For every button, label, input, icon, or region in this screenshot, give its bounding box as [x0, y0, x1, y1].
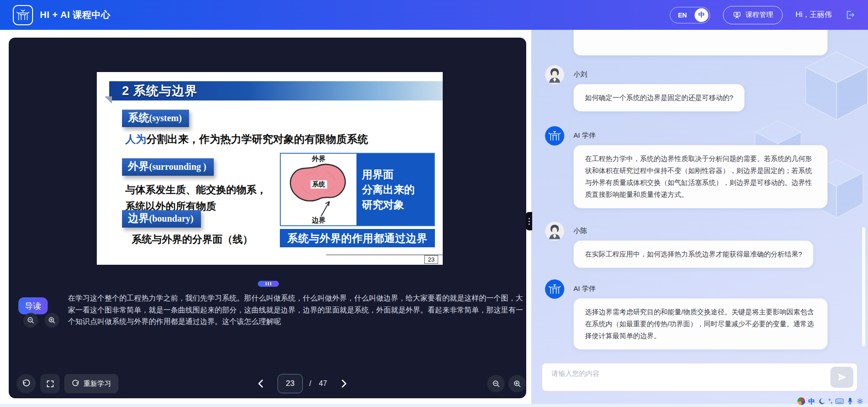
- page: HI + AI 课程中心 EN 中 课程管理 Hi，王丽伟: [0, 0, 868, 407]
- punctuation-mode-icon[interactable]: °,: [829, 398, 832, 404]
- drag-handle-icon: [266, 282, 267, 285]
- system-diagram: 外界 系统 边界 用界面 分离出来的 研究对象: [280, 153, 435, 226]
- gate-icon: [548, 129, 561, 142]
- collapse-handle[interactable]: [526, 212, 532, 230]
- magnifier-plus-icon: [48, 316, 56, 324]
- term-label-en: (boundary): [149, 213, 194, 224]
- restart-label: 重新学习: [83, 379, 111, 388]
- restart-button[interactable]: 重新学习: [64, 374, 118, 393]
- chat-sidebar: 小刘 如何确定一个系统的边界是固定的还是可移动的? AI 学伴 在工程热力学中，…: [531, 30, 868, 404]
- chat-message: 小陈 在实际工程应用中，如何选择热力系统边界才能获得最准确的分析结果?: [545, 222, 848, 268]
- term-label-zh: 外界: [128, 159, 149, 173]
- author-name: 小刘: [573, 65, 848, 79]
- ime-toolbar: 中 °,: [797, 396, 863, 406]
- chevron-right-icon: [339, 379, 349, 389]
- slide-title: 2 系统与边界: [122, 83, 198, 99]
- diagram-boundary-label: 边界: [281, 216, 356, 225]
- viewer-panel: 2 系统与边界 系统(system) 人为分割出来，作为热力学研究对象的有限物质…: [9, 38, 526, 398]
- chat-input[interactable]: [545, 363, 830, 391]
- chat-scrollbar[interactable]: [862, 227, 865, 346]
- guide-zoom-out-button[interactable]: [23, 313, 38, 328]
- fullscreen-button[interactable]: [40, 374, 60, 393]
- guide-text: 在学习这个整个的工程热力学之前，我们先学习系统。那什么叫做系统，什么叫做外界，什…: [68, 292, 526, 328]
- side-panel-line: 用界面: [362, 167, 434, 182]
- language-toggle[interactable]: EN 中: [670, 7, 710, 23]
- zoom-out-button[interactable]: [487, 375, 505, 392]
- slide: 2 系统与边界 系统(system) 人为分割出来，作为热力学研究对象的有限物质…: [97, 72, 443, 265]
- message-text: 在实际工程应用中，如何选择热力系统边界才能获得最准确的分析结果?: [585, 250, 802, 258]
- page-separator: /: [309, 379, 311, 388]
- magnifier-plus-icon: [513, 379, 522, 388]
- moon-icon[interactable]: [818, 398, 825, 405]
- undo-button[interactable]: [17, 374, 36, 393]
- term-box-boundary: 边界(boundary): [122, 210, 201, 228]
- term-label-en: (system): [149, 113, 182, 123]
- definition-rest: 分割出来，作为热力学研究对象的有限物质系统: [146, 133, 368, 145]
- message-bubble: 如何确定一个系统的边界是固定的还是可移动的?: [573, 84, 745, 112]
- person-icon: [545, 65, 564, 84]
- definition-line: 与体系发生质、能交换的物系，: [125, 182, 267, 198]
- lang-en-option[interactable]: EN: [670, 11, 695, 19]
- slide-banner: 系统与外界的作用都通过边界: [280, 229, 435, 247]
- gate-icon: [548, 283, 561, 295]
- diagram-system-label: 系统: [311, 180, 327, 189]
- message-bubble: 在实际工程应用中，如何选择热力系统边界才能获得最准确的分析结果?: [573, 240, 813, 268]
- magnifier-minus-icon: [492, 379, 501, 388]
- app-logo: [13, 5, 33, 25]
- paper-plane-icon: [837, 372, 847, 382]
- next-page-button[interactable]: [337, 377, 350, 390]
- user-greeting: Hi，王丽伟: [796, 10, 832, 20]
- system-blob: [281, 154, 356, 225]
- page-number-box[interactable]: 23: [278, 374, 303, 393]
- message-text: 在工程热力学中，系统的边界性质取决于分析问题的需要。若系统的几何形状和体积在研究…: [585, 155, 812, 198]
- message-text: 如何确定一个系统的边界是固定的还是可移动的?: [585, 94, 733, 101]
- term-box-system: 系统(system): [122, 110, 189, 127]
- slide-title-bar: 2 系统与边界: [109, 81, 443, 100]
- person-icon: [545, 222, 564, 241]
- header-bar: HI + AI 课程中心 EN 中 课程管理 Hi，王丽伟: [0, 0, 868, 30]
- message-bubble: 选择边界需考虑研究目的和能量/物质交换途径。关键是将主要影响因素包含在系统内（如…: [573, 298, 828, 350]
- keyboard-icon[interactable]: [835, 398, 844, 405]
- ime-language-indicator[interactable]: 中: [808, 397, 815, 405]
- settings-gear-icon[interactable]: [857, 398, 863, 405]
- chat-message: AI 学伴 选择边界需考虑研究目的和能量/物质交换途径。关键是将主要影响因素包含…: [545, 279, 848, 350]
- app-title: HI + AI 课程中心: [40, 9, 111, 21]
- guide-zoom-in-button[interactable]: [45, 313, 59, 328]
- gate-icon: [16, 8, 30, 22]
- message-bubble-partial: [573, 30, 828, 56]
- send-button[interactable]: [830, 367, 853, 388]
- term-label-zh: 系统: [128, 111, 149, 125]
- user-avatar: [545, 222, 564, 241]
- zoom-in-button[interactable]: [508, 375, 526, 392]
- magnifier-minus-icon: [27, 316, 35, 324]
- diagram-side-panel: 用界面 分离出来的 研究对象: [356, 154, 434, 225]
- ai-avatar: [545, 279, 564, 299]
- undo-icon: [22, 379, 31, 388]
- lang-zh-option[interactable]: 中: [695, 8, 708, 22]
- side-panel-line: 分离出来的: [362, 182, 434, 197]
- slide-page-number: 23: [424, 255, 438, 264]
- fullscreen-icon: [46, 379, 55, 388]
- logout-button[interactable]: [845, 10, 855, 20]
- chevron-left-icon: [256, 379, 266, 389]
- definition-system: 人为分割出来，作为热力学研究对象的有限物质系统: [125, 132, 368, 146]
- restart-icon: [72, 379, 80, 388]
- prev-page-button[interactable]: [255, 377, 267, 390]
- user-avatar: [545, 65, 564, 84]
- definition-highlight: 人为: [125, 133, 146, 145]
- message-bubble: 在工程热力学中，系统的边界性质取决于分析问题的需要。若系统的几何形状和体积在研究…: [573, 145, 828, 208]
- header-right: EN 中 课程管理 Hi，王丽伟: [670, 6, 855, 24]
- definition-boundary: 系统与外界的分界面（线）: [132, 233, 253, 246]
- ime-logo-icon[interactable]: [797, 397, 805, 405]
- guide-handle[interactable]: [258, 281, 279, 287]
- guide-badge: 导读: [18, 297, 48, 314]
- total-pages: 47: [319, 379, 327, 388]
- course-manage-button[interactable]: 课程管理: [723, 6, 783, 24]
- microphone-icon[interactable]: [847, 397, 853, 405]
- term-label-en: (surrounding ): [149, 162, 206, 172]
- author-name: 小陈: [573, 222, 848, 235]
- author-name: AI 学伴: [573, 126, 848, 140]
- chat-message: AI 学伴 在工程热力学中，系统的边界性质取决于分析问题的需要。若系统的几何形状…: [545, 126, 848, 208]
- diagram-outer-label: 外界: [281, 155, 356, 163]
- bottom-band: [0, 404, 868, 407]
